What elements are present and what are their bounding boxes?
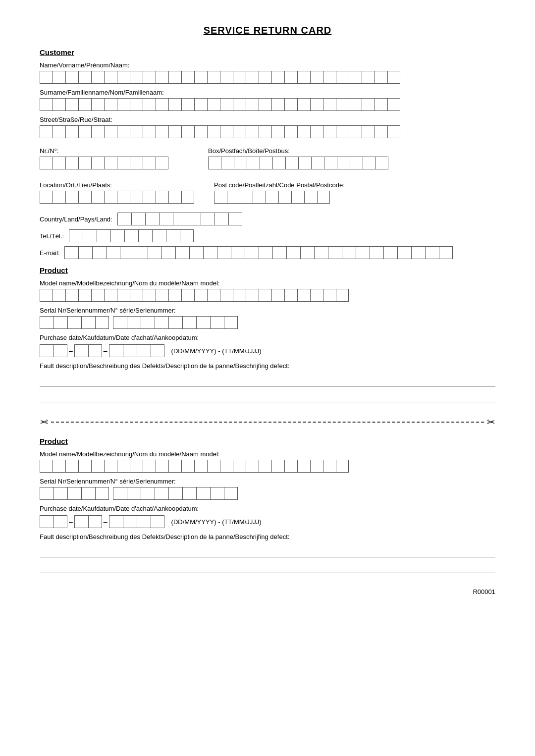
- cell[interactable]: [207, 289, 220, 302]
- cell[interactable]: [245, 246, 259, 259]
- cell[interactable]: [124, 229, 138, 242]
- cell[interactable]: [152, 229, 166, 242]
- cell[interactable]: [74, 515, 88, 528]
- cell[interactable]: [221, 157, 234, 169]
- cell[interactable]: [284, 125, 297, 138]
- cell[interactable]: [159, 213, 173, 225]
- cell[interactable]: [40, 71, 53, 84]
- cell[interactable]: [69, 229, 83, 242]
- cell[interactable]: [65, 71, 78, 84]
- location-field[interactable]: [40, 191, 194, 204]
- cell[interactable]: [271, 460, 284, 473]
- cell[interactable]: [78, 289, 91, 302]
- cell[interactable]: [168, 125, 181, 138]
- cell[interactable]: [259, 289, 271, 302]
- cell[interactable]: [259, 98, 271, 111]
- cell[interactable]: [130, 125, 143, 138]
- cell[interactable]: [194, 71, 207, 84]
- cell[interactable]: [311, 157, 324, 169]
- date-field-2[interactable]: – – (DD/MM/YYYY) - (TT/MM/JJJJ): [40, 515, 495, 528]
- cell[interactable]: [67, 487, 81, 500]
- cell[interactable]: [336, 460, 349, 473]
- cell[interactable]: [145, 213, 159, 225]
- cell[interactable]: [40, 157, 53, 169]
- cell[interactable]: [78, 157, 91, 169]
- cell[interactable]: [138, 229, 152, 242]
- cell[interactable]: [64, 246, 78, 259]
- cell[interactable]: [227, 191, 240, 204]
- cell[interactable]: [156, 460, 168, 473]
- cell[interactable]: [259, 246, 272, 259]
- email-field[interactable]: [64, 246, 453, 259]
- cell[interactable]: [40, 460, 53, 473]
- nr-field[interactable]: [40, 157, 188, 169]
- cell[interactable]: [317, 191, 330, 204]
- cell[interactable]: [297, 98, 310, 111]
- cell[interactable]: [323, 460, 336, 473]
- cell[interactable]: [40, 344, 54, 357]
- cell[interactable]: [189, 246, 203, 259]
- cell[interactable]: [53, 71, 65, 84]
- cell[interactable]: [194, 289, 207, 302]
- cell[interactable]: [91, 71, 104, 84]
- cell[interactable]: [310, 460, 323, 473]
- cell[interactable]: [234, 157, 247, 169]
- cell[interactable]: [91, 289, 104, 302]
- cell[interactable]: [54, 515, 67, 528]
- cell[interactable]: [78, 460, 91, 473]
- cell[interactable]: [117, 125, 130, 138]
- cell[interactable]: [181, 289, 194, 302]
- cell[interactable]: [217, 246, 231, 259]
- cell[interactable]: [65, 98, 78, 111]
- cell[interactable]: [286, 246, 300, 259]
- cell[interactable]: [141, 487, 155, 500]
- cell[interactable]: [168, 98, 181, 111]
- cell[interactable]: [151, 515, 164, 528]
- cell[interactable]: [297, 71, 310, 84]
- cell[interactable]: [224, 487, 238, 500]
- cell[interactable]: [207, 125, 220, 138]
- cell[interactable]: [397, 246, 411, 259]
- fault-line[interactable]: [40, 560, 495, 573]
- cell[interactable]: [220, 125, 233, 138]
- cell[interactable]: [117, 157, 130, 169]
- cell[interactable]: [91, 157, 104, 169]
- cell[interactable]: [117, 460, 130, 473]
- cell[interactable]: [91, 125, 104, 138]
- cell[interactable]: [156, 191, 168, 204]
- cell[interactable]: [130, 157, 143, 169]
- cell[interactable]: [83, 229, 97, 242]
- cell[interactable]: [53, 157, 65, 169]
- cell[interactable]: [109, 515, 123, 528]
- cell[interactable]: [336, 125, 349, 138]
- cell[interactable]: [97, 229, 110, 242]
- cell[interactable]: [141, 316, 155, 329]
- tel-field[interactable]: [69, 229, 194, 242]
- cell[interactable]: [54, 316, 67, 329]
- cell[interactable]: [156, 98, 168, 111]
- cell[interactable]: [40, 487, 54, 500]
- cell[interactable]: [233, 71, 246, 84]
- cell[interactable]: [336, 98, 349, 111]
- cell[interactable]: [168, 71, 181, 84]
- cell[interactable]: [74, 344, 88, 357]
- cell[interactable]: [278, 191, 291, 204]
- cell[interactable]: [104, 289, 117, 302]
- cell[interactable]: [67, 316, 81, 329]
- cell[interactable]: [220, 98, 233, 111]
- model-field-2[interactable]: [40, 460, 495, 473]
- cell[interactable]: [88, 515, 102, 528]
- cell[interactable]: [328, 246, 342, 259]
- cell[interactable]: [117, 71, 130, 84]
- cell[interactable]: [349, 125, 362, 138]
- fault-line[interactable]: [40, 374, 495, 386]
- cell[interactable]: [104, 157, 117, 169]
- cell[interactable]: [156, 157, 168, 169]
- cell[interactable]: [181, 191, 194, 204]
- cell[interactable]: [349, 98, 362, 111]
- cell[interactable]: [425, 246, 439, 259]
- cell[interactable]: [143, 289, 156, 302]
- cell[interactable]: [117, 191, 130, 204]
- cell[interactable]: [143, 98, 156, 111]
- cell[interactable]: [156, 71, 168, 84]
